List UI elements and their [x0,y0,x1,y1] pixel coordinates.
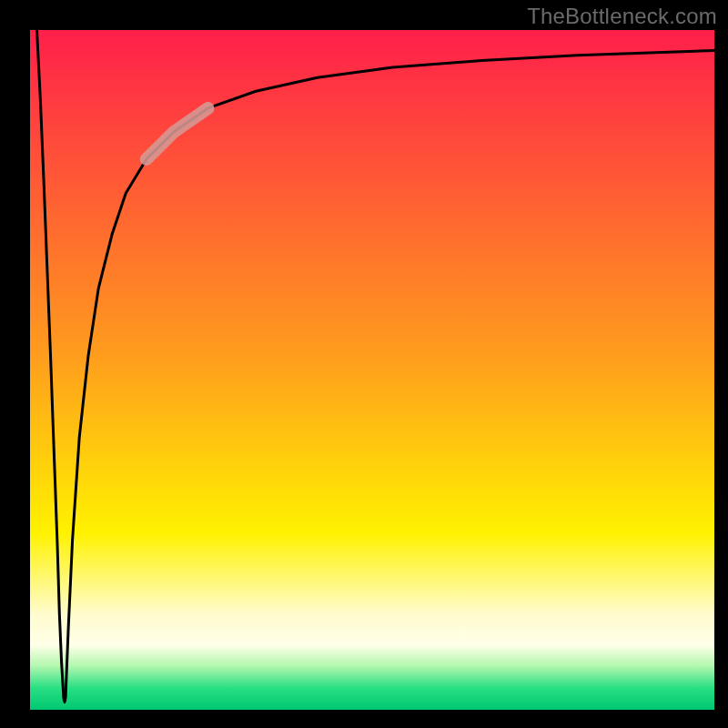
chart-svg [30,30,714,710]
watermark-text: TheBottleneck.com [527,4,717,29]
curve-dip-bottom [64,696,66,703]
chart-frame: TheBottleneck.com [0,0,728,728]
gradient-background [30,30,714,710]
plot-area [30,30,714,710]
